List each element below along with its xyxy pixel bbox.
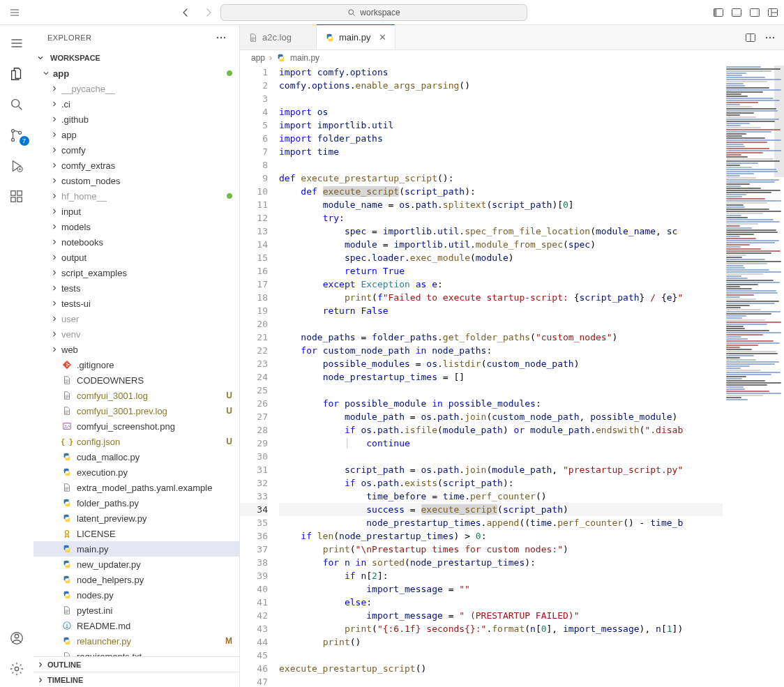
editor-tab[interactable]: main.py✕ [317,25,396,50]
tree-file[interactable]: folder_paths.py [33,495,239,511]
activity-accounts[interactable] [0,624,33,652]
tree-folder[interactable]: tests-ui [33,296,239,311]
tree-label: .gitignore [77,360,114,370]
tree-folder[interactable]: hf_home__ [33,188,239,204]
svg-rect-2 [714,8,717,16]
sidebar-title: EXPLORER [33,25,239,50]
tree-file[interactable]: README.md [33,618,239,633]
python-file-icon [276,53,286,63]
tree-label: comfyui_3001.log [77,391,148,401]
breadcrumbs[interactable]: app › main.py [240,50,784,66]
nav-back-icon[interactable] [180,6,193,19]
svg-point-10 [11,138,14,141]
workspace-section-header[interactable]: WORKSPACE [33,50,239,66]
activity-source-control[interactable]: 7 [0,121,33,149]
activity-extensions[interactable] [0,183,33,211]
tree-folder[interactable]: comfy [33,142,239,158]
editor-area: a2c.log✕main.py✕ app › main.py 123456789… [240,25,784,687]
tree-folder[interactable]: notebooks [33,234,239,250]
command-center-search[interactable]: workspace [220,4,527,21]
tree-label: README.md [77,621,130,631]
tree-file[interactable]: cuda_malloc.py [33,449,239,465]
code-editor[interactable]: 1234567891011121314151617181920212223242… [240,66,784,687]
tree-folder[interactable]: .github [33,112,239,127]
close-icon[interactable]: ✕ [379,32,386,43]
tree-folder[interactable]: models [33,219,239,234]
breadcrumb-item[interactable]: app [251,53,265,63]
tree-folder[interactable]: web [33,342,239,357]
file-icon [61,651,73,656]
tree-file[interactable]: CODEOWNERS [33,372,239,388]
svg-rect-13 [10,191,15,195]
tree-file[interactable]: comfyui_screenshot.png [33,418,239,434]
chevron-right-icon [50,146,61,154]
svg-point-18 [15,635,19,639]
menu-icon[interactable] [8,6,21,19]
timeline-label: TIMELINE [47,676,83,684]
code-content[interactable]: import comfy.optionscomfy.options.enable… [279,66,723,687]
timeline-section-header[interactable]: TIMELINE [33,672,239,687]
tree-file[interactable]: execution.py [33,465,239,480]
tree-file[interactable]: latent_preview.py [33,511,239,526]
layout-right-icon[interactable] [749,7,760,18]
activity-explorer[interactable] [0,60,33,88]
tree-file[interactable]: pytest.ini [33,603,239,618]
tree-label: cuda_malloc.py [77,452,140,462]
activity-settings[interactable] [0,655,33,683]
activity-menu[interactable] [0,29,33,57]
layout-bottom-icon[interactable] [731,7,742,18]
tree-folder-root[interactable]: app [33,66,239,81]
tree-folder[interactable]: tests [33,280,239,296]
tree-folder[interactable]: script_examples [33,265,239,280]
tree-file[interactable]: comfyui_3001.prev.logU [33,403,239,418]
tree-folder[interactable]: custom_nodes [33,173,239,188]
file-icon [61,375,73,386]
svg-point-8 [11,100,19,107]
svg-point-23 [66,363,68,364]
tree-folder[interactable]: user [33,311,239,326]
tree-file[interactable]: nodes.py [33,587,239,603]
nav-forward-icon[interactable] [202,6,215,19]
more-icon[interactable] [764,32,776,43]
tree-file[interactable]: extra_model_paths.yaml.example [33,480,239,495]
tree-file[interactable]: node_helpers.py [33,572,239,587]
tree-file[interactable]: requirements.txt [33,649,239,656]
outline-section-header[interactable]: OUTLINE [33,656,239,672]
file-icon [325,33,335,43]
activity-search[interactable] [0,91,33,119]
tree-folder[interactable]: input [33,204,239,219]
layout-customize-icon[interactable] [767,7,778,18]
tree-folder[interactable]: comfy_extras [33,158,239,173]
tree-folder[interactable]: venv [33,326,239,342]
tree-file[interactable]: .gitignore [33,357,239,372]
split-editor-icon[interactable] [745,32,756,43]
file-icon: { } [61,436,73,447]
tree-label: pytest.ini [77,605,112,616]
tree-label: extra_model_paths.yaml.example [77,483,212,493]
activity-run-debug[interactable] [0,152,33,180]
file-icon [61,482,73,493]
tree-folder[interactable]: output [33,250,239,265]
more-icon[interactable] [216,32,227,43]
minimap[interactable] [723,66,784,687]
tree-file[interactable]: new_updater.py [33,557,239,572]
git-modified-dot-icon [227,70,232,76]
tree-file[interactable]: { }config.jsonU [33,434,239,449]
editor-tab[interactable]: a2c.log✕ [240,25,317,50]
tree-file[interactable]: relauncher.pyM [33,633,239,649]
tree-folder[interactable]: .ci [33,96,239,112]
layout-left-icon[interactable] [713,7,724,18]
file-icon [61,513,73,524]
chevron-right-icon [50,222,61,231]
git-status-badge: U [226,391,232,400]
tree-file[interactable]: comfyui_3001.logU [33,388,239,403]
tree-file[interactable]: LICENSE [33,526,239,541]
tree-label: CODEOWNERS [77,375,144,386]
chevron-right-icon [36,660,45,669]
breadcrumb-item[interactable]: main.py [290,53,319,63]
svg-rect-6 [757,8,760,16]
file-tree[interactable]: app__pycache__.ci.githubappcomfycomfy_ex… [33,66,239,656]
tree-file[interactable]: main.py [33,541,239,557]
tree-folder[interactable]: app [33,127,239,142]
tree-folder[interactable]: __pycache__ [33,81,239,96]
